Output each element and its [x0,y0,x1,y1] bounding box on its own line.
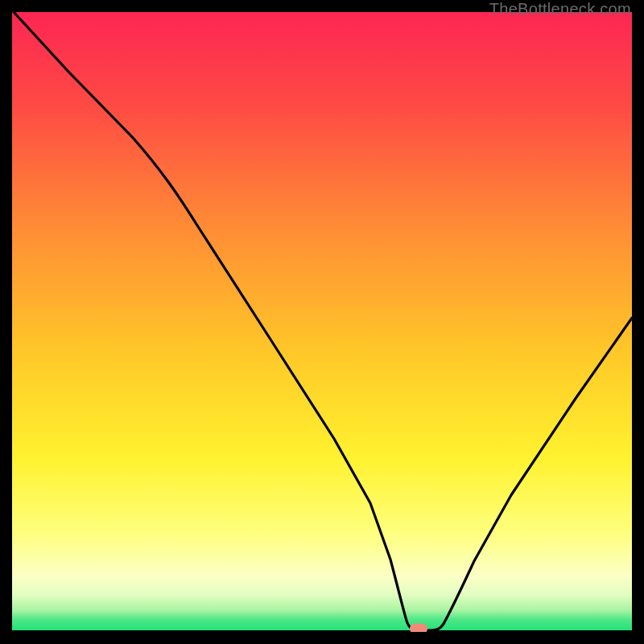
chart-frame: TheBottleneck.com [0,0,644,644]
bottleneck-curve [12,12,632,632]
optimal-marker [410,624,427,633]
watermark-text: TheBottleneck.com [489,0,631,19]
plot-area [12,12,632,632]
